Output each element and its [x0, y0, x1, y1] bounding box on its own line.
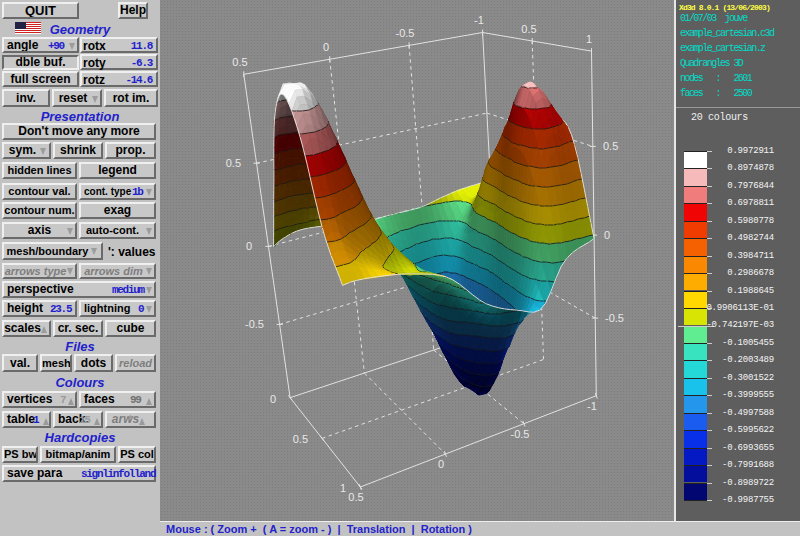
- svg-text:-1: -1: [587, 400, 597, 412]
- svg-text:0: 0: [604, 229, 610, 241]
- svg-text:0.5: 0.5: [232, 56, 247, 68]
- svg-text:0: 0: [323, 41, 329, 53]
- svg-text:0: 0: [246, 240, 252, 252]
- svg-text:0.5: 0.5: [603, 140, 618, 152]
- svg-text:1: 1: [340, 482, 346, 494]
- svg-text:-1: -1: [474, 14, 484, 26]
- svg-text:0.5: 0.5: [293, 433, 308, 445]
- svg-text:0.5: 0.5: [226, 157, 241, 169]
- svg-text:-0.5: -0.5: [511, 428, 530, 440]
- svg-text:1: 1: [586, 33, 592, 45]
- svg-text:0.5: 0.5: [521, 23, 536, 35]
- svg-text:-0.5: -0.5: [245, 318, 264, 330]
- svg-text:0: 0: [270, 393, 276, 405]
- svg-text:0: 0: [438, 458, 444, 470]
- svg-text:0.5: 0.5: [348, 491, 363, 503]
- svg-text:-0.5: -0.5: [396, 27, 415, 39]
- svg-text:-0.5: -0.5: [605, 312, 624, 324]
